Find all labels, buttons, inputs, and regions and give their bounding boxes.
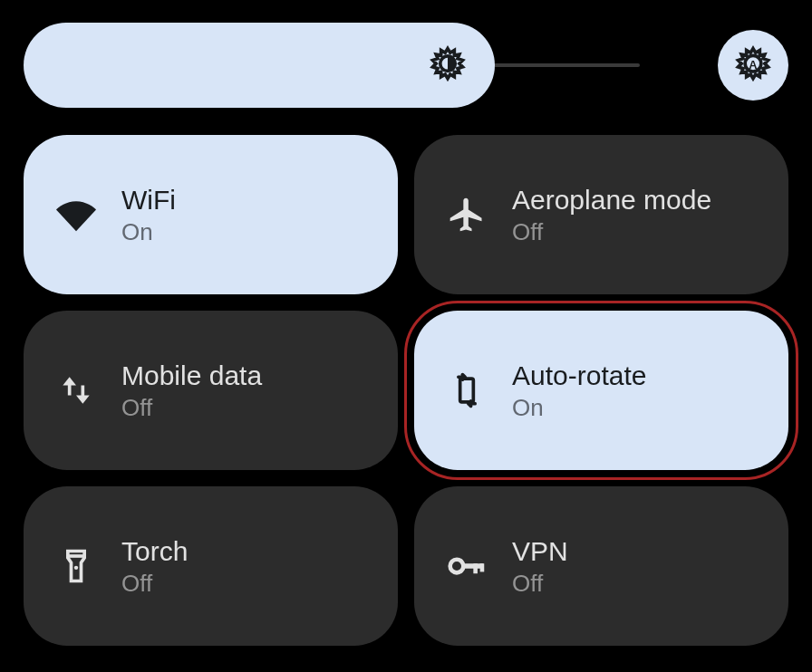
tile-status: Off <box>121 394 262 422</box>
tile-text: Auto-rotate On <box>512 360 646 422</box>
quick-settings-grid: WiFi On Aeroplane mode Off Mobile data O… <box>16 135 796 646</box>
tile-text: Mobile data Off <box>121 360 262 422</box>
tile-status: Off <box>512 218 711 246</box>
tile-status: On <box>121 218 176 246</box>
torch-icon <box>56 546 96 586</box>
svg-point-6 <box>450 560 464 573</box>
tile-vpn[interactable]: VPN Off <box>414 486 788 646</box>
auto-brightness-button[interactable]: A <box>718 30 788 101</box>
brightness-row: A <box>16 23 796 108</box>
brightness-slider[interactable] <box>24 23 640 108</box>
brightness-icon <box>428 45 468 85</box>
tile-status: On <box>512 394 646 422</box>
tile-status: Off <box>512 570 568 598</box>
tile-label: VPN <box>512 535 568 568</box>
svg-rect-3 <box>460 379 474 402</box>
tile-torch[interactable]: Torch Off <box>24 486 398 646</box>
tile-text: Aeroplane mode Off <box>512 184 711 246</box>
tile-label: Auto-rotate <box>512 360 646 392</box>
wifi-icon <box>56 195 96 235</box>
svg-rect-9 <box>480 563 485 571</box>
tile-text: Torch Off <box>121 535 188 598</box>
svg-text:A: A <box>749 58 757 72</box>
tile-auto-rotate[interactable]: Auto-rotate On <box>414 311 788 470</box>
auto-brightness-icon: A <box>733 45 773 85</box>
svg-point-5 <box>74 566 78 570</box>
tile-label: Mobile data <box>121 360 262 392</box>
tile-text: VPN Off <box>512 535 568 598</box>
tile-airplane[interactable]: Aeroplane mode Off <box>414 135 788 294</box>
mobile-data-icon <box>56 370 96 410</box>
airplane-icon <box>447 195 487 235</box>
tile-label: WiFi <box>121 184 176 216</box>
tile-wifi[interactable]: WiFi On <box>24 135 398 294</box>
brightness-fill <box>24 23 495 108</box>
tile-mobile-data[interactable]: Mobile data Off <box>24 311 398 470</box>
tile-label: Aeroplane mode <box>512 184 711 216</box>
vpn-icon <box>447 546 487 586</box>
tile-label: Torch <box>121 535 188 568</box>
auto-rotate-icon <box>447 370 487 410</box>
tile-status: Off <box>121 570 188 598</box>
tile-text: WiFi On <box>121 184 176 246</box>
svg-rect-8 <box>473 563 478 573</box>
